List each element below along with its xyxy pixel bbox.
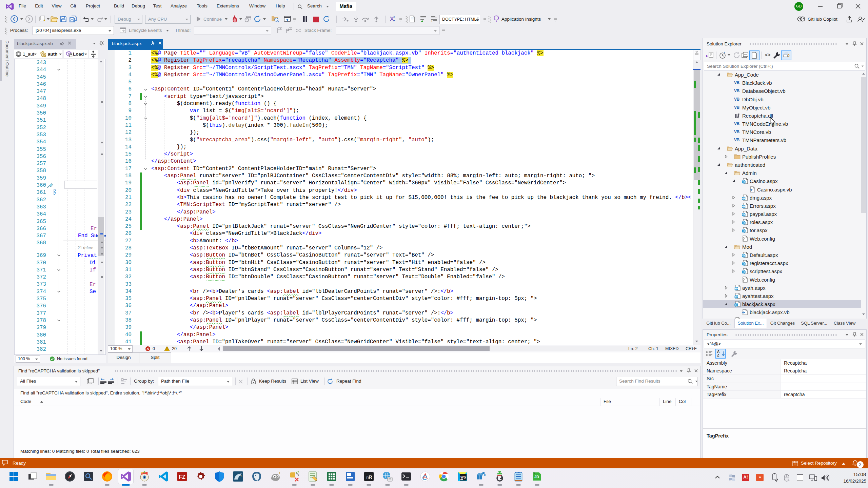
svg-text:WS: WS [460,475,466,479]
svg-text:FZ: FZ [179,474,185,480]
svg-text:JD: JD [534,475,539,479]
svg-text:R: R [369,474,372,480]
